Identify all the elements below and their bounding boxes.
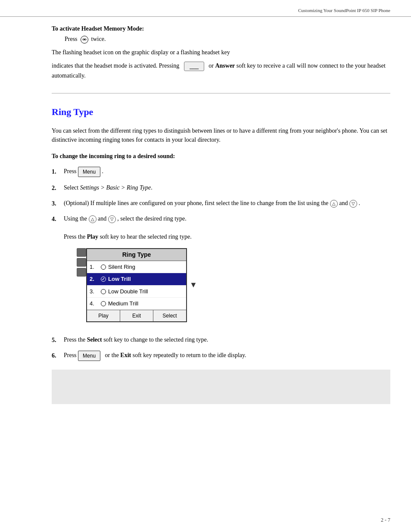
phone-display: Ring Type 1. Silent Ring bbox=[77, 248, 390, 322]
step-2: 2. Select Settings > Basic > Ring Type. bbox=[52, 183, 390, 193]
radio-4 bbox=[101, 301, 106, 306]
ring-label-2: Low Trill bbox=[108, 275, 131, 283]
headset-press-line: Press ⚮ twice. bbox=[65, 36, 390, 44]
page-footer: 2 - 7 bbox=[381, 517, 390, 523]
ring-label-4: Medium Trill bbox=[108, 299, 138, 308]
radio-1 bbox=[101, 264, 106, 270]
ring-item-1: 1. Silent Ring bbox=[87, 261, 186, 274]
down-arrow-icon-2 bbox=[108, 215, 116, 223]
menu-key-step1: Menu bbox=[78, 167, 100, 177]
content-area: To activate Headset Memory Mode: Press ⚮… bbox=[0, 17, 411, 421]
step-4: 4. Using the and , select the desired ri… bbox=[52, 214, 390, 329]
side-btn-3 bbox=[77, 268, 86, 277]
screen-title: Ring Type bbox=[87, 249, 186, 261]
side-btn-2 bbox=[77, 258, 86, 267]
select-bold: Select bbox=[87, 336, 102, 343]
phone-body: Ring Type 1. Silent Ring bbox=[77, 248, 197, 322]
steps-list: 1. Press Menu . 2. Select Settings > Bas… bbox=[52, 167, 390, 361]
phone-screen: Ring Type 1. Silent Ring bbox=[86, 248, 187, 322]
headset-body1: The flashing headset icon on the graphic… bbox=[52, 48, 390, 57]
ring-label-1: Silent Ring bbox=[108, 263, 135, 271]
section-divider bbox=[52, 93, 390, 93]
menu-key-step6: Menu bbox=[78, 351, 100, 361]
ring-item-2: 2. Low Trill bbox=[87, 273, 186, 286]
scroll-icon: ▼ bbox=[190, 248, 197, 322]
radio-3 bbox=[101, 289, 106, 294]
headset-body2: indicates that the headset mode is activ… bbox=[52, 61, 390, 80]
ring-item-4: 4. Medium Trill bbox=[87, 298, 186, 310]
down-arrow-icon bbox=[349, 200, 357, 208]
radio-2 bbox=[101, 277, 106, 282]
ring-label-3: Low Double Trill bbox=[108, 287, 148, 296]
select-softkey[interactable]: Select bbox=[153, 310, 186, 321]
page-number: 2 - 7 bbox=[381, 517, 390, 523]
headset-heading: To activate Headset Memory Mode: bbox=[52, 25, 390, 32]
exit-softkey[interactable]: Exit bbox=[120, 310, 153, 321]
screen-body: 1. Silent Ring 2. Low Trill bbox=[87, 261, 186, 310]
page-header: Customizing Your SoundPoint IP 650 SIP P… bbox=[0, 0, 411, 17]
up-arrow-icon-2 bbox=[89, 215, 97, 223]
step-3: 3. (Optional) If multiple lines are conf… bbox=[52, 199, 390, 208]
header-title: Customizing Your SoundPoint IP 650 SIP P… bbox=[298, 8, 390, 13]
ring-type-title: Ring Type bbox=[52, 106, 390, 118]
play-softkey[interactable]: Play bbox=[87, 310, 120, 321]
exit-bold: Exit bbox=[120, 352, 131, 358]
step-5: 5. Press the Select soft key to change t… bbox=[52, 335, 390, 345]
page: Customizing Your SoundPoint IP 650 SIP P… bbox=[0, 0, 411, 532]
ring-type-intro: You can select from the different ring t… bbox=[52, 126, 390, 144]
up-arrow-icon bbox=[330, 200, 338, 208]
side-btn-1 bbox=[77, 248, 86, 257]
note-box bbox=[52, 370, 390, 404]
side-buttons bbox=[77, 248, 86, 322]
step-1: 1. Press Menu . bbox=[52, 167, 390, 177]
screen-softkeys: Play Exit Select bbox=[87, 310, 186, 321]
step-6: 6. Press Menu or the Exit soft key repea… bbox=[52, 351, 390, 361]
change-heading: To change the incoming ring to a desired… bbox=[52, 153, 390, 160]
ring-item-3: 3. Low Double Trill bbox=[87, 286, 186, 298]
headset-section: To activate Headset Memory Mode: Press ⚮… bbox=[52, 25, 390, 80]
headset-icon: ⚮ bbox=[81, 36, 88, 44]
